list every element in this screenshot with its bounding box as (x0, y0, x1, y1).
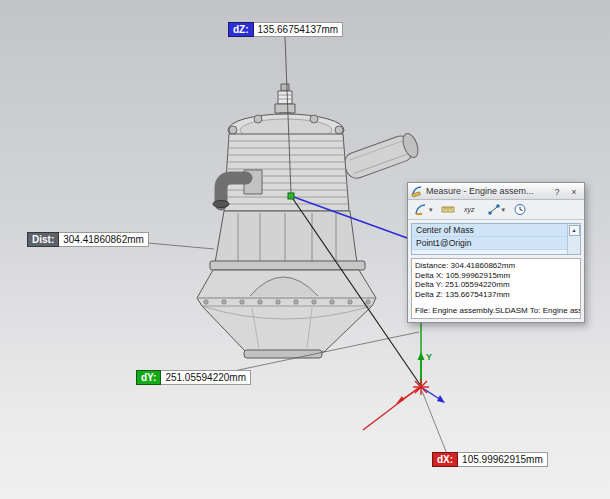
chevron-down-icon: ▾ (429, 206, 433, 214)
selection-list[interactable]: Center of Mass Point1@Origin (412, 224, 567, 254)
selection-box: Center of Mass Point1@Origin ▴ (411, 223, 581, 255)
svg-text:xyz: xyz (463, 206, 475, 214)
exhaust-pipe[interactable] (341, 131, 421, 181)
result-file-to: File: Engine assembly.SLDASM To: Engine … (415, 306, 577, 316)
help-button[interactable]: ? (550, 185, 564, 198)
result-file-config: File: Engine assembly.SLDASM Config: Def… (415, 316, 577, 320)
callout-dist-tag: Dist: (27, 232, 59, 247)
callout-dist-value: 304.41860862mm (59, 232, 149, 247)
selection-scroll-strip: ▴ (567, 224, 580, 254)
z-axis-arrow (437, 395, 445, 403)
origin-star-icon (413, 379, 429, 395)
selection-item-point1-origin[interactable]: Point1@Origin (412, 237, 567, 250)
units-precision-button[interactable] (438, 201, 458, 218)
callout-dx[interactable]: dX: 105.99962915mm (432, 452, 548, 467)
callout-dist[interactable]: Dist: 304.41860862mm (27, 232, 149, 247)
callout-dz-tag: dZ: (228, 22, 254, 37)
result-distance: Distance: 304.41860862mm (415, 261, 577, 271)
arc-measurements-icon (414, 203, 428, 216)
crankcase[interactable] (210, 211, 365, 270)
dialog-toolbar: ▾ xyz ▾ (408, 200, 584, 220)
callout-dz-value: 135.66754137mm (254, 22, 344, 37)
callout-dy-tag: dY: (136, 370, 161, 385)
close-button[interactable]: × (567, 185, 581, 198)
measure-dialog[interactable]: Measure - Engine assem... ? × ▾ (407, 182, 585, 323)
result-delta-y: Delta Y: 251.05594220mm (415, 280, 577, 290)
chevron-down-icon: ▾ (502, 206, 506, 214)
engine-model[interactable] (197, 84, 421, 358)
z-axis (421, 387, 441, 400)
point-to-point-button[interactable]: ▾ (484, 201, 509, 218)
arc-measurements-button[interactable]: ▾ (411, 201, 436, 218)
center-of-mass-marker[interactable] (288, 193, 294, 199)
measurement-history-button[interactable] (510, 201, 530, 218)
result-delta-z: Delta Z: 135.66754137mm (415, 290, 577, 300)
dialog-title: Measure - Engine assem... (426, 186, 547, 196)
selection-item-center-of-mass[interactable]: Center of Mass (412, 224, 567, 237)
y-axis-arrow (418, 352, 425, 360)
solidworks-viewport[interactable]: Y dZ: 135.66754137mm Dist: 304.41860862m… (0, 0, 610, 499)
dialog-titlebar[interactable]: Measure - Engine assem... ? × (408, 183, 584, 200)
callout-dz[interactable]: dZ: 135.66754137mm (228, 22, 343, 37)
measure-icon (411, 185, 423, 197)
oil-pan[interactable] (197, 270, 376, 358)
units-precision-icon (441, 203, 455, 216)
callout-dx-value: 105.99962915mm (458, 452, 548, 467)
show-xyz-button[interactable]: xyz (460, 201, 482, 218)
callout-dy[interactable]: dY: 251.05594220mm (136, 370, 251, 385)
selection-collapse-button[interactable]: ▴ (569, 225, 580, 236)
y-axis-label: Y (426, 352, 432, 362)
point-to-point-icon (487, 203, 501, 216)
show-xyz-icon: xyz (463, 203, 479, 216)
callout-dx-tag: dX: (432, 452, 458, 467)
measurement-history-icon (513, 203, 527, 216)
result-delta-x: Delta X: 105.99962915mm (415, 271, 577, 281)
results-panel: Distance: 304.41860862mm Delta X: 105.99… (411, 258, 581, 319)
callout-dy-value: 251.05594220mm (161, 370, 251, 385)
